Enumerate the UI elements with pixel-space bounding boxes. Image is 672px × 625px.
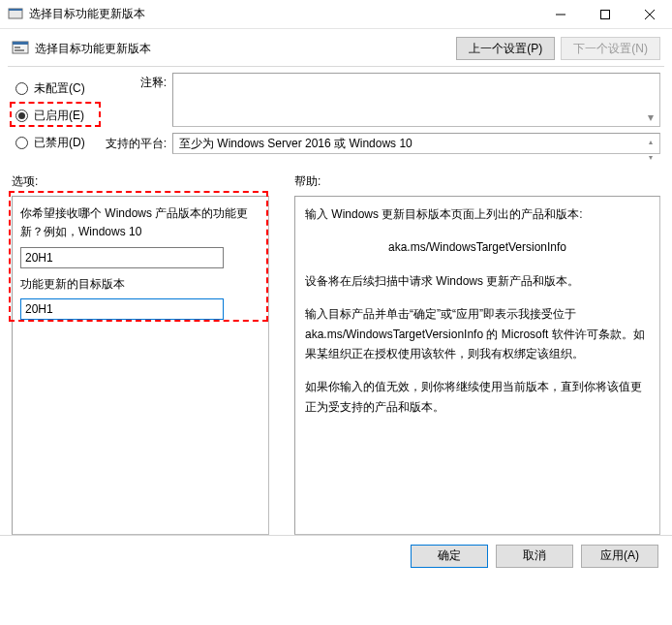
maximize-button[interactable]: [583, 0, 627, 28]
help-text: 如果你输入的值无效，则你将继续使用当前版本，直到你将该值更正为受支持的产品和版本…: [305, 377, 650, 417]
platform-value: 至少为 Windows Server 2016 或 Windows 10: [179, 137, 412, 150]
svg-rect-1: [9, 9, 22, 11]
help-link: aka.ms/WindowsTargetVersionInfo: [305, 237, 650, 257]
radio-icon: [15, 137, 28, 149]
window-title: 选择目标功能更新版本: [29, 6, 538, 22]
policy-icon: [12, 40, 29, 57]
mid-labels: 选项: 帮助:: [0, 156, 672, 196]
upper-section: 未配置(C) 已启用(E) 已禁用(D) 注释: ▾ 支持的平台: 至少为 Wi…: [0, 71, 672, 156]
help-label: 帮助:: [294, 173, 660, 190]
svg-rect-8: [15, 47, 20, 48]
lower-section: 你希望接收哪个 Windows 产品版本的功能更新？例如，Windows 10 …: [0, 196, 672, 535]
page-title: 选择目标功能更新版本: [35, 41, 151, 57]
radio-disabled[interactable]: 已禁用(D): [12, 129, 105, 156]
footer: 确定 取消 应用(A): [0, 535, 672, 576]
header: 选择目标功能更新版本 上一个设置(P) 下一个设置(N): [0, 29, 672, 66]
scroll-down-icon: ▾: [643, 109, 658, 125]
help-text: 输入目标产品并单击“确定”或“应用”即表示我接受位于 aka.ms/Window…: [305, 304, 650, 363]
minimize-button[interactable]: [538, 0, 583, 28]
svg-rect-9: [15, 49, 24, 51]
highlight-annotation: [10, 102, 101, 127]
radio-not-configured[interactable]: 未配置(C): [12, 75, 105, 102]
comment-textarea[interactable]: ▾: [172, 73, 660, 127]
help-text: 输入 Windows 更新目标版本页面上列出的产品和版本:: [305, 204, 650, 224]
titlebar: 选择目标功能更新版本: [0, 0, 672, 29]
radio-label: 未配置(C): [34, 80, 85, 97]
help-panel: 输入 Windows 更新目标版本页面上列出的产品和版本: aka.ms/Win…: [294, 196, 660, 535]
radio-icon: [15, 82, 28, 95]
cancel-button[interactable]: 取消: [496, 545, 573, 568]
radio-label: 已禁用(D): [34, 135, 85, 151]
help-text: 设备将在后续扫描中请求 Windows 更新产品和版本。: [305, 271, 650, 291]
highlight-annotation: [9, 191, 268, 322]
options-label: 选项:: [12, 173, 294, 190]
spinner-icon: ▴▾: [643, 135, 658, 152]
next-setting-button: 下一个设置(N): [561, 37, 660, 60]
prev-setting-button[interactable]: 上一个设置(P): [456, 37, 555, 60]
state-radios: 未配置(C) 已启用(E) 已禁用(D): [12, 73, 105, 156]
window-controls: [538, 0, 672, 28]
platform-label: 支持的平台:: [105, 136, 172, 152]
options-panel: 你希望接收哪个 Windows 产品版本的功能更新？例如，Windows 10 …: [12, 196, 269, 535]
upper-right: 注释: ▾ 支持的平台: 至少为 Windows Server 2016 或 W…: [105, 73, 660, 156]
close-button[interactable]: [627, 0, 672, 28]
apply-button[interactable]: 应用(A): [581, 545, 658, 568]
platform-value-box: 至少为 Windows Server 2016 或 Windows 10 ▴▾: [172, 133, 660, 154]
svg-rect-3: [601, 10, 610, 18]
divider: [8, 66, 664, 67]
svg-rect-7: [13, 42, 28, 45]
ok-button[interactable]: 确定: [411, 545, 488, 568]
comment-label: 注释:: [105, 73, 172, 127]
app-icon: [8, 7, 23, 22]
